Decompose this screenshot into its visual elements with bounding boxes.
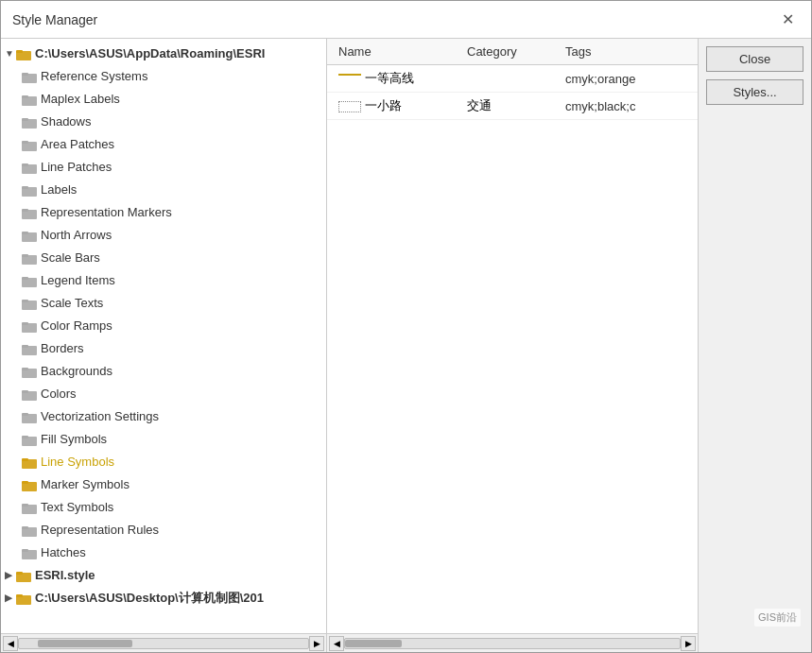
window-title: Style Manager bbox=[12, 12, 97, 27]
svg-rect-13 bbox=[22, 186, 28, 189]
svg-rect-9 bbox=[22, 141, 28, 144]
left-scrollbar: ◀ ▶ bbox=[1, 633, 326, 652]
svg-rect-31 bbox=[22, 390, 28, 393]
svg-rect-7 bbox=[22, 118, 28, 121]
table-cell-category-0 bbox=[463, 77, 561, 80]
scroll-right-arrow[interactable]: ▶ bbox=[309, 636, 324, 651]
svg-rect-35 bbox=[22, 436, 28, 438]
tree-item-label: Representation Markers bbox=[41, 203, 172, 222]
tree-item-5[interactable]: Line Patches bbox=[1, 156, 326, 179]
tree-item-15[interactable]: Colors bbox=[1, 383, 326, 405]
tree-item-label: C:\Users\ASUS\Desktop\计算机制图\201 bbox=[35, 589, 264, 608]
folder-icon bbox=[22, 115, 37, 129]
svg-rect-17 bbox=[22, 232, 28, 234]
svg-rect-29 bbox=[22, 368, 28, 370]
header-name: Name bbox=[335, 43, 463, 60]
folder-icon bbox=[22, 274, 37, 287]
left-panel: ▼ C:\Users\ASUS\AppData\Roaming\ESRI Ref… bbox=[1, 39, 327, 652]
svg-rect-45 bbox=[22, 549, 28, 552]
tree-item-17[interactable]: Fill Symbols bbox=[1, 428, 326, 451]
tree-item-2[interactable]: Maplex Labels bbox=[1, 88, 326, 111]
tree-item-22[interactable]: Hatches bbox=[1, 541, 326, 564]
folder-icon bbox=[22, 297, 37, 310]
close-button[interactable]: Close bbox=[706, 46, 803, 72]
tree-container[interactable]: ▼ C:\Users\ASUS\AppData\Roaming\ESRI Ref… bbox=[1, 39, 326, 633]
folder-icon bbox=[22, 501, 37, 514]
folder-icon bbox=[22, 478, 37, 491]
table-row[interactable]: 一等高线cmyk;orange bbox=[327, 65, 698, 93]
tree-item-label: Shadows bbox=[41, 112, 91, 131]
left-scrollbar-thumb[interactable] bbox=[38, 640, 132, 647]
tree-item-label: Legend Items bbox=[41, 271, 115, 290]
tree-item-label: ESRI.style bbox=[35, 566, 95, 585]
tree-item-8[interactable]: North Arrows bbox=[1, 224, 326, 247]
folder-icon bbox=[22, 251, 37, 265]
svg-rect-49 bbox=[16, 594, 23, 597]
tree-item-label: Area Patches bbox=[41, 135, 114, 154]
tree-item-23[interactable]: ▶ ESRI.style bbox=[1, 564, 326, 587]
svg-rect-39 bbox=[22, 481, 28, 484]
tree-item-label: Hatches bbox=[41, 543, 86, 562]
tree-item-3[interactable]: Shadows bbox=[1, 111, 326, 133]
tree-item-label: Borders bbox=[41, 339, 84, 358]
svg-rect-47 bbox=[16, 572, 23, 575]
table-row[interactable]: 一小路交通cmyk;black;c bbox=[327, 93, 698, 120]
folder-icon bbox=[22, 138, 37, 151]
table-cell-tags-0: cmyk;orange bbox=[561, 70, 690, 88]
folder-icon bbox=[22, 319, 37, 333]
tree-item-1[interactable]: Reference Systems bbox=[1, 65, 326, 88]
table-cell-name-0: 一等高线 bbox=[335, 68, 463, 89]
tree-item-20[interactable]: Text Symbols bbox=[1, 496, 326, 519]
folder-icon bbox=[22, 161, 37, 174]
tree-item-label: Backgrounds bbox=[41, 362, 112, 381]
middle-scrollbar-track[interactable] bbox=[344, 638, 681, 649]
collapse-icon: ▶ bbox=[5, 571, 14, 580]
tree-item-16[interactable]: Vectorization Settings bbox=[1, 405, 326, 428]
title-bar: Style Manager ✕ bbox=[1, 1, 811, 39]
tree-item-label: Color Ramps bbox=[41, 317, 112, 335]
tree-item-4[interactable]: Area Patches bbox=[1, 133, 326, 156]
middle-scrollbar-thumb[interactable] bbox=[345, 640, 402, 647]
window-close-button[interactable]: ✕ bbox=[776, 9, 800, 30]
folder-icon bbox=[22, 183, 37, 197]
middle-scroll-right-arrow[interactable]: ▶ bbox=[681, 636, 696, 651]
svg-rect-33 bbox=[22, 413, 28, 416]
tree-item-24[interactable]: ▶ C:\Users\ASUS\Desktop\计算机制图\201 bbox=[1, 587, 326, 610]
folder-icon bbox=[22, 455, 37, 469]
tree-item-label: Maplex Labels bbox=[41, 90, 120, 109]
tree-item-13[interactable]: Borders bbox=[1, 337, 326, 360]
left-scrollbar-track[interactable] bbox=[18, 638, 309, 649]
tree-item-14[interactable]: Backgrounds bbox=[1, 360, 326, 383]
svg-rect-23 bbox=[22, 300, 28, 302]
folder-icon bbox=[22, 206, 37, 219]
tree-item-6[interactable]: Labels bbox=[1, 179, 326, 201]
table-cell-name-1: 一小路 bbox=[335, 95, 463, 116]
table-cell-tags-1: cmyk;black;c bbox=[561, 97, 690, 115]
header-category: Category bbox=[463, 43, 561, 60]
folder-icon bbox=[22, 524, 37, 537]
tree-item-12[interactable]: Color Ramps bbox=[1, 315, 326, 337]
folder-icon bbox=[22, 546, 37, 559]
tree-item-7[interactable]: Representation Markers bbox=[1, 201, 326, 224]
tree-item-9[interactable]: Scale Bars bbox=[1, 247, 326, 269]
styles-button[interactable]: Styles... bbox=[706, 79, 803, 105]
tree-item-11[interactable]: Scale Texts bbox=[1, 292, 326, 315]
folder-icon bbox=[22, 93, 37, 106]
table-cell-category-1: 交通 bbox=[463, 95, 561, 116]
scroll-left-arrow[interactable]: ◀ bbox=[3, 636, 18, 651]
right-panel: Close Styles... bbox=[698, 39, 811, 652]
style-manager-window: Style Manager ✕ ▼ C:\Users\ASUS\AppData\… bbox=[0, 0, 812, 653]
middle-panel: Name Category Tags 一等高线cmyk;orange一小路交通c… bbox=[327, 39, 698, 652]
folder-icon bbox=[22, 365, 37, 378]
tree-item-18[interactable]: Line Symbols bbox=[1, 451, 326, 473]
tree-item-21[interactable]: Representation Rules bbox=[1, 519, 326, 541]
tree-item-19[interactable]: Marker Symbols bbox=[1, 473, 326, 496]
folder-icon bbox=[16, 569, 31, 582]
tree-item-label: C:\Users\ASUS\AppData\Roaming\ESRI bbox=[35, 44, 265, 63]
tree-item-label: Reference Systems bbox=[41, 67, 147, 86]
middle-scroll-left-arrow[interactable]: ◀ bbox=[329, 636, 344, 651]
table-body[interactable]: 一等高线cmyk;orange一小路交通cmyk;black;c bbox=[327, 65, 698, 633]
tree-item-label: Line Symbols bbox=[41, 453, 114, 472]
tree-item-0[interactable]: ▼ C:\Users\ASUS\AppData\Roaming\ESRI bbox=[1, 43, 326, 65]
tree-item-10[interactable]: Legend Items bbox=[1, 269, 326, 292]
